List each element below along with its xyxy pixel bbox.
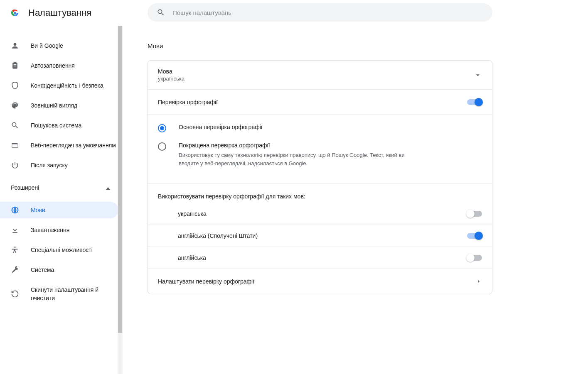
sidebar-item-downloads[interactable]: Завантаження <box>0 222 118 238</box>
lang-toggle[interactable] <box>467 211 482 217</box>
sidebar-item-on-startup[interactable]: Після запуску <box>0 157 118 174</box>
spellcheck-toggle-row: Перевірка орфографії <box>148 90 492 115</box>
advanced-label: Розширені <box>11 184 39 191</box>
spellcheck-master-toggle[interactable] <box>467 99 482 105</box>
page-heading: Мови <box>148 42 492 49</box>
sidebar-item-label: Система <box>31 266 54 274</box>
radio-description: Використовує ту саму технологію перевірк… <box>179 151 411 168</box>
sidebar-item-label: Скинути налаштування й очистити <box>31 286 118 302</box>
sidebar-item-autofill[interactable]: Автозаповнення <box>0 57 118 74</box>
download-icon <box>11 226 19 234</box>
sidebar-item-privacy[interactable]: Конфіденційність і безпека <box>0 77 118 94</box>
chevron-right-icon <box>475 278 482 285</box>
spellcheck-lang-row: англійська (Сполучені Штати) <box>148 225 492 247</box>
lang-name: англійська (Сполучені Штати) <box>178 232 467 239</box>
sidebar-scrollbar-track[interactable] <box>118 26 123 374</box>
palette-icon <box>11 101 19 110</box>
sidebar-item-label: Після запуску <box>31 161 68 169</box>
sidebar-item-label: Спеціальні можливості <box>31 246 93 254</box>
sidebar-item-label: Автозаповнення <box>31 61 75 70</box>
radio-enhanced-spellcheck[interactable]: Покращена перевірка орфографії Використо… <box>158 137 482 173</box>
sidebar: Налаштування Ви й Google Автозаповнення <box>0 0 123 374</box>
sidebar-header: Налаштування <box>0 0 123 26</box>
search-icon <box>157 8 165 17</box>
spellcheck-options: Основна перевірка орфографії Покращена п… <box>148 115 492 184</box>
main-content: Мови Мова українська Перевірка орфографі… <box>123 0 588 374</box>
nav-list-advanced: Мови Завантаження Спеціальні можливості <box>0 202 118 306</box>
radio-icon <box>158 142 166 151</box>
sidebar-scrollbar-thumb[interactable] <box>118 26 122 333</box>
shield-icon <box>11 81 19 90</box>
lang-name: українська <box>178 210 467 217</box>
person-icon <box>11 42 19 50</box>
sidebar-item-default-browser[interactable]: Веб-переглядач за умовчанням <box>0 137 118 154</box>
sidebar-item-label: Зовнішній вигляд <box>31 101 77 110</box>
spellcheck-lang-row: англійська <box>148 247 492 269</box>
window-icon <box>11 141 19 149</box>
clipboard-icon <box>11 61 19 70</box>
sidebar-item-reset[interactable]: Скинути налаштування й очистити <box>0 281 118 306</box>
power-icon <box>11 161 19 169</box>
radio-basic-spellcheck[interactable]: Основна перевірка орфографії <box>158 119 482 137</box>
chevron-down-icon <box>474 71 482 79</box>
sidebar-item-search-engine[interactable]: Пошукова система <box>0 117 118 134</box>
wrench-icon <box>11 266 19 274</box>
customize-label: Налаштувати перевірку орфографії <box>158 278 475 285</box>
spellcheck-title: Перевірка орфографії <box>158 99 467 105</box>
sidebar-item-languages[interactable]: Мови <box>0 202 118 218</box>
accessibility-icon <box>11 246 19 254</box>
sidebar-item-label: Веб-переглядач за умовчанням <box>31 141 116 149</box>
radio-label: Основна перевірка орфографії <box>179 124 263 130</box>
sidebar-scroll[interactable]: Ви й Google Автозаповнення Конфіденційні… <box>0 26 123 374</box>
nav-list: Ви й Google Автозаповнення Конфіденційні… <box>0 26 118 174</box>
language-row-current: українська <box>158 76 474 82</box>
sidebar-item-label: Ви й Google <box>31 42 63 50</box>
lang-toggle[interactable] <box>467 233 482 239</box>
search-bar[interactable] <box>148 3 492 22</box>
sidebar-item-system[interactable]: Система <box>0 262 118 278</box>
sidebar-item-label: Конфіденційність і безпека <box>31 81 103 90</box>
search-icon <box>11 121 19 130</box>
sidebar-item-label: Мови <box>31 206 45 214</box>
app-title: Налаштування <box>28 7 91 18</box>
svg-point-4 <box>14 247 15 248</box>
restore-icon <box>11 290 19 298</box>
lang-toggle[interactable] <box>467 255 482 261</box>
chrome-logo-icon <box>10 8 20 18</box>
search-input[interactable] <box>172 9 483 16</box>
spellcheck-lang-row: українська <box>148 203 492 225</box>
lang-name: англійська <box>178 254 467 261</box>
chevron-up-icon <box>106 184 110 191</box>
sidebar-item-appearance[interactable]: Зовнішній вигляд <box>0 97 118 114</box>
languages-card: Мова українська Перевірка орфографії Осн… <box>148 60 492 294</box>
radio-icon <box>158 124 166 132</box>
sidebar-item-you-and-google[interactable]: Ви й Google <box>0 37 118 54</box>
sidebar-item-accessibility[interactable]: Спеціальні можливості <box>0 242 118 258</box>
radio-label: Покращена перевірка орфографії <box>179 142 411 149</box>
language-row-title: Мова <box>158 68 474 75</box>
sidebar-advanced-toggle[interactable]: Розширені <box>0 177 118 198</box>
language-expand-row[interactable]: Мова українська <box>148 61 492 90</box>
globe-icon <box>11 206 19 214</box>
customize-spellcheck-row[interactable]: Налаштувати перевірку орфографії <box>148 269 492 294</box>
sidebar-item-label: Завантаження <box>31 226 69 234</box>
sidebar-item-label: Пошукова система <box>31 121 81 130</box>
spellcheck-langs-label: Використовувати перевірку орфографії для… <box>148 184 492 203</box>
